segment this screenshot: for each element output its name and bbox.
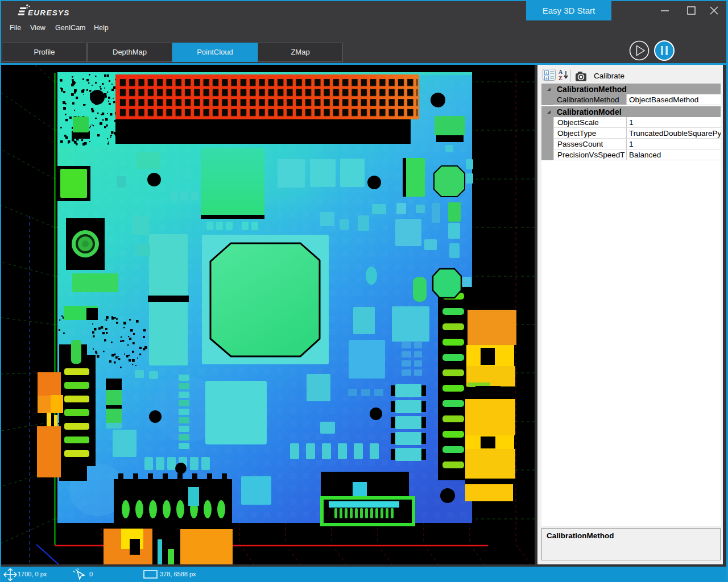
svg-text:+: + <box>545 70 548 76</box>
svg-text:EURESYS: EURESYS <box>28 9 70 17</box>
svg-text:A: A <box>559 69 563 75</box>
svg-text:Z: Z <box>559 75 562 81</box>
svg-text:+: + <box>545 76 548 81</box>
